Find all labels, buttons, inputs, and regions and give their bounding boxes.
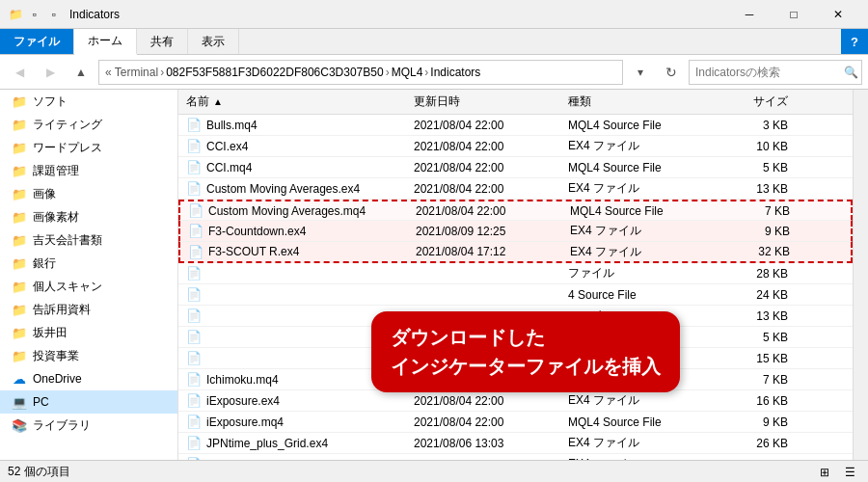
file-date: 2021/08/09 12:25 — [412, 225, 566, 238]
sidebar-item-soft[interactable]: ソフト — [0, 90, 177, 113]
file-size: 5 KB — [719, 331, 796, 344]
window-title: Indicators — [69, 8, 727, 21]
address-bar: ◀ ▶ ▲ « Terminal › 082F53F5881F3D6022DF8… — [0, 55, 868, 90]
file-type: MQL4 Source File — [566, 204, 720, 218]
scrollbar[interactable] — [853, 90, 868, 460]
file-icon — [188, 245, 203, 259]
address-path[interactable]: « Terminal › 082F53F5881F3D6022DF806C3D3… — [98, 60, 623, 85]
tooltip-line1: ダウンロードした — [391, 323, 661, 352]
file-name — [178, 287, 410, 302]
file-size: 16 KB — [719, 394, 796, 408]
sidebar-label: ワードプレス — [33, 140, 102, 156]
list-view-button[interactable]: ⊞ — [814, 463, 835, 482]
file-size: 7 KB — [719, 373, 796, 387]
search-input[interactable] — [695, 66, 840, 79]
sidebar-item-investment[interactable]: 投資事業 — [0, 344, 177, 367]
minimize-button[interactable]: ─ — [727, 0, 772, 29]
file-name: iExposure.mq4 — [178, 415, 410, 429]
col-header-type[interactable]: 種類 — [564, 94, 719, 110]
refresh-button[interactable]: ↻ — [658, 59, 685, 86]
close-button[interactable]: ✕ — [816, 0, 860, 29]
sidebar-item-image[interactable]: 画像 — [0, 182, 177, 205]
maximize-button[interactable]: □ — [772, 0, 816, 29]
file-size: 9 KB — [719, 415, 796, 429]
forward-button[interactable]: ▶ — [37, 59, 64, 86]
file-row-highlighted[interactable]: F3-Countdown.ex4 2021/08/09 12:25 EX4 ファ… — [178, 221, 853, 242]
sidebar-label: OneDrive — [33, 372, 82, 386]
file-list-header: 名前 ▲ 更新日時 種類 サイズ — [178, 90, 853, 115]
file-type: MQL4 Source File — [564, 415, 719, 429]
sidebar-label: 課題管理 — [33, 163, 79, 179]
back-button[interactable]: ◀ — [6, 59, 33, 86]
file-size: 3 KB — [719, 119, 796, 132]
sidebar-item-bank[interactable]: 銀行 — [0, 252, 177, 275]
help-button[interactable]: ? — [841, 29, 868, 54]
file-row[interactable]: CCI.mq4 2021/08/04 22:00 MQL4 Source Fil… — [178, 157, 853, 178]
file-name — [178, 266, 410, 281]
status-count: 52 個の項目 — [8, 464, 70, 480]
sidebar-item-personal-scan[interactable]: 個人スキャン — [0, 275, 177, 298]
file-name: JPNtime_plus_Grid.ex4 — [178, 436, 410, 450]
tab-share[interactable]: 共有 — [137, 29, 188, 54]
file-type: EX4 ファイル — [564, 138, 719, 154]
file-size: 10 KB — [719, 140, 796, 153]
file-name: CCI.mq4 — [178, 160, 410, 174]
file-icon — [186, 266, 202, 281]
path-segment-terminal: « Terminal — [105, 66, 158, 79]
folder-icon — [12, 186, 27, 201]
sidebar-label: 吉天会計書類 — [33, 232, 102, 249]
file-icon — [186, 308, 202, 323]
title-icon: 📁 — [8, 7, 23, 22]
file-row[interactable]: iExposure.ex4 2021/08/04 22:00 EX4 ファイル … — [178, 390, 853, 412]
window-controls: ─ □ ✕ — [727, 0, 860, 29]
file-row-highlighted[interactable]: Custom Moving Averages.mq4 2021/08/04 22… — [178, 200, 853, 221]
file-date: 2021/08/04 22:00 — [410, 415, 564, 429]
file-type: EX4 ファイル — [564, 435, 719, 451]
file-row[interactable]: CCI.ex4 2021/08/04 22:00 EX4 ファイル 10 KB — [178, 136, 853, 157]
file-row[interactable]: ファイル 28 KB — [178, 263, 853, 284]
file-size: 13 KB — [719, 309, 796, 323]
file-icon — [186, 181, 202, 196]
col-header-name[interactable]: 名前 ▲ — [178, 94, 410, 110]
tab-file[interactable]: ファイル — [0, 29, 74, 54]
dropdown-button[interactable]: ▾ — [627, 59, 654, 86]
file-date: 2021/08/04 17:12 — [412, 245, 566, 258]
file-row[interactable]: Bulls.mq4 2021/08/04 22:00 MQL4 Source F… — [178, 115, 853, 136]
sidebar-item-wordpress[interactable]: ワードプレス — [0, 136, 177, 159]
detail-view-button[interactable]: ☰ — [839, 463, 860, 482]
file-row[interactable]: iExposure.mq4 2021/08/04 22:00 MQL4 Sour… — [178, 412, 853, 433]
file-name: CCI.ex4 — [178, 139, 410, 153]
file-icon — [186, 436, 202, 450]
search-box[interactable]: 🔍 — [689, 60, 862, 85]
up-button[interactable]: ▲ — [68, 59, 95, 86]
sidebar-label: 坂井田 — [33, 325, 68, 341]
file-type: EX4 ファイル — [564, 456, 719, 460]
file-name: F3-Countdown.ex4 — [180, 224, 412, 238]
file-row[interactable]: JPNtime_plus_Grid.ex4 2021/08/06 13:03 E… — [178, 433, 853, 454]
file-date: 2021/08/06 13:03 — [410, 437, 564, 450]
folder-icon — [12, 232, 27, 248]
file-date: 2021/08/04 22:00 — [410, 394, 564, 408]
tab-view[interactable]: 表示 — [188, 29, 239, 54]
sidebar-item-legal[interactable]: 告訴用資料 — [0, 298, 177, 321]
file-row[interactable]: 4 Source File 24 KB — [178, 284, 853, 306]
folder-icon — [12, 255, 27, 271]
file-row[interactable]: Custom Moving Averages.ex4 2021/08/04 22… — [178, 178, 853, 200]
file-row[interactable]: MACD.ex4 2021/08/04 22:00 EX4 ファイル 11 KB — [178, 454, 853, 460]
sidebar-item-task[interactable]: 課題管理 — [0, 159, 177, 182]
sidebar-item-image-material[interactable]: 画像素材 — [0, 205, 177, 228]
sidebar-item-pc[interactable]: PC — [0, 390, 177, 414]
folder-icon — [12, 279, 27, 294]
col-header-size[interactable]: サイズ — [719, 94, 796, 110]
col-header-date[interactable]: 更新日時 — [410, 94, 564, 110]
sidebar-item-accounting[interactable]: 吉天会計書類 — [0, 228, 177, 252]
file-row-highlighted[interactable]: F3-SCOUT R.ex4 2021/08/04 17:12 EX4 ファイル… — [178, 242, 853, 263]
sidebar-item-onedrive[interactable]: OneDrive — [0, 367, 177, 390]
file-icon — [186, 139, 202, 153]
tab-home[interactable]: ホーム — [74, 29, 137, 55]
sidebar-item-writing[interactable]: ライティング — [0, 113, 177, 136]
file-name: MACD.ex4 — [178, 457, 410, 460]
sidebar-item-library[interactable]: ライブラリ — [0, 414, 177, 437]
tooltip-line2: インジケーターファイルを挿入 — [391, 352, 661, 381]
sidebar-item-sakaida[interactable]: 坂井田 — [0, 321, 177, 344]
